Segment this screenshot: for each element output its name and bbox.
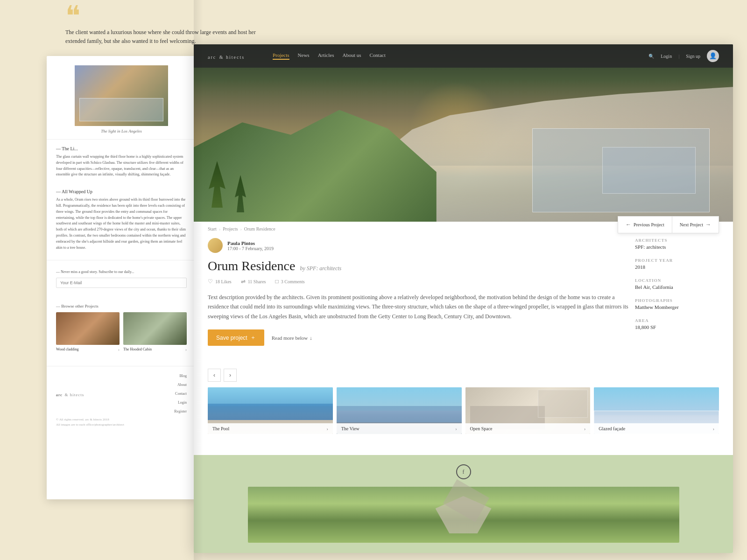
browse-item-cabin-label: The Hooded Cabin › bbox=[123, 347, 187, 352]
browse-cabin-arrow-icon: › bbox=[185, 347, 187, 352]
pool-label-text: The Pool bbox=[212, 426, 229, 431]
facade-arrow-icon: › bbox=[713, 426, 714, 431]
nav-links: Projects News Articles About us Contact bbox=[273, 52, 634, 60]
subscribe-section: Never miss a good story. Subscribe to ou… bbox=[47, 260, 196, 297]
nav-link-contact[interactable]: Contact bbox=[369, 52, 385, 60]
browse-item-cabin[interactable]: The Hooded Cabin › bbox=[123, 312, 187, 352]
breadcrumb-projects[interactable]: Projects bbox=[223, 226, 238, 231]
read-more-link[interactable]: Read more below ↓ bbox=[272, 335, 312, 341]
gallery-section: ‹ › The Pool › bbox=[194, 369, 733, 434]
stats-row: ♡ 18 Likes ⇌ 11 Shares □ 3 Comments bbox=[208, 278, 630, 285]
article-image bbox=[75, 65, 168, 126]
footer-link-blog[interactable]: Blog bbox=[179, 374, 187, 378]
footer-link-contact[interactable]: Contact bbox=[175, 392, 187, 396]
comment-icon: □ bbox=[275, 278, 279, 285]
gallery-item-pool[interactable]: The Pool › bbox=[208, 387, 333, 434]
breadcrumb-current: Orum Residence bbox=[244, 226, 275, 231]
meta-location-value: Bel Air, California bbox=[635, 284, 719, 290]
shares-stat: ⇌ 11 Shares bbox=[241, 278, 266, 285]
meta-sidebar: ARCHITECTS SPF: architects PROJECT YEAR … bbox=[635, 238, 719, 338]
meta-area: AREA 18,800 SF bbox=[635, 318, 719, 330]
footer-link-login[interactable]: Login bbox=[178, 400, 187, 405]
subscribe-input[interactable] bbox=[56, 278, 187, 288]
meta-year-label: PROJECT YEAR bbox=[635, 258, 719, 263]
share-icon: ⇌ bbox=[241, 278, 246, 285]
meta-photos-value: Matthew Momberger bbox=[635, 304, 719, 310]
next-project-button[interactable]: Next Project → bbox=[672, 217, 719, 233]
meta-photos: PHOTOGRAPHS Matthew Momberger bbox=[635, 298, 719, 310]
footer-link-register[interactable]: Register bbox=[174, 409, 187, 413]
user-icon[interactable]: 👤 bbox=[707, 50, 719, 62]
gallery-items: The Pool › The View › bbox=[208, 387, 719, 434]
gallery-prev-button[interactable]: ‹ bbox=[208, 369, 221, 382]
nav-login[interactable]: Login bbox=[661, 54, 672, 59]
breadcrumb-sep-2: › bbox=[240, 226, 241, 231]
browse-item-cabin-img bbox=[123, 312, 187, 345]
footer-links: Blog About Contact Login Register bbox=[174, 374, 187, 413]
project-title: Orum Residence by SPF: architects bbox=[208, 259, 630, 273]
heart-icon: ♡ bbox=[208, 278, 213, 285]
open-space-arrow-icon: › bbox=[584, 426, 585, 431]
gallery-label-view: The View › bbox=[337, 423, 462, 434]
section-wrap-title: All Wrapped Up bbox=[47, 182, 196, 197]
breadcrumb-sep-1: › bbox=[219, 226, 220, 231]
meta-architects-label: ARCHITECTS bbox=[635, 238, 719, 243]
search-icon[interactable]: 🔍 bbox=[648, 54, 654, 59]
facebook-icon[interactable]: f bbox=[456, 464, 471, 479]
main-panel: arc & hitects Projects News Articles Abo… bbox=[194, 44, 733, 553]
meta-year-value: 2018 bbox=[635, 264, 719, 270]
bottom-map: f bbox=[194, 455, 733, 553]
browse-item-wood-img bbox=[56, 312, 120, 345]
gallery-item-view[interactable]: The View › bbox=[337, 387, 462, 434]
author-name: Paula Pintos bbox=[227, 240, 274, 246]
nav-link-news[interactable]: News bbox=[298, 52, 310, 60]
gallery-nav: ‹ › bbox=[208, 369, 719, 382]
footer-link-about[interactable]: About bbox=[177, 383, 187, 387]
nav-separator: | bbox=[678, 54, 679, 59]
comments-stat: □ 3 Comments bbox=[275, 278, 305, 285]
save-project-button[interactable]: Save project ＋ bbox=[208, 329, 264, 346]
next-arrow-icon: → bbox=[705, 221, 711, 228]
subscribe-label: Never miss a good story. Subscribe to ou… bbox=[56, 270, 187, 274]
gallery-next-button[interactable]: › bbox=[224, 369, 237, 382]
content-area: Paula Pintos 17:00 - 7 February, 2019 Or… bbox=[208, 238, 630, 346]
avatar bbox=[208, 238, 223, 253]
footer-copy: © All rights reserved. arc & hitects 201… bbox=[56, 417, 187, 427]
browse-arrow-icon: › bbox=[118, 347, 120, 352]
nav-link-about[interactable]: About us bbox=[342, 52, 361, 60]
meta-area-label: AREA bbox=[635, 318, 719, 323]
view-label-text: The View bbox=[341, 426, 359, 431]
nav-link-articles[interactable]: Articles bbox=[318, 52, 334, 60]
down-arrow-icon: ↓ bbox=[310, 335, 312, 341]
image-caption: The light in Los Angeles bbox=[47, 129, 196, 140]
project-by: by SPF: architects bbox=[300, 265, 341, 272]
footer-logo: arc & hitects bbox=[56, 391, 84, 398]
meta-location: LOCATION Bel Air, California bbox=[635, 278, 719, 290]
nav-link-projects[interactable]: Projects bbox=[273, 52, 289, 60]
gallery-item-open-space[interactable]: Open Space › bbox=[465, 387, 591, 434]
project-nav: ← Previous Project Next Project → bbox=[618, 216, 719, 233]
browse-item-wood-label: Wood cladding › bbox=[56, 347, 120, 352]
prev-project-button[interactable]: ← Previous Project bbox=[618, 217, 672, 233]
save-icon: ＋ bbox=[250, 334, 256, 342]
gallery-label-pool: The Pool › bbox=[208, 423, 333, 434]
section-li-text: The glass curtain wall wrapping the thir… bbox=[47, 154, 196, 182]
gallery-label-facade: Glazed façade › bbox=[594, 423, 719, 434]
navigation: arc & hitects Projects News Articles Abo… bbox=[194, 44, 733, 68]
section-wrap-text: As a whole, Orum rises two stories above… bbox=[47, 197, 196, 255]
breadcrumb-start[interactable]: Start bbox=[208, 226, 217, 231]
browse-item-wood[interactable]: Wood cladding › bbox=[56, 312, 120, 352]
nav-signup[interactable]: Sign up bbox=[686, 54, 700, 59]
meta-location-label: LOCATION bbox=[635, 278, 719, 283]
author-info: Paula Pintos 17:00 - 7 February, 2019 bbox=[227, 240, 274, 251]
quote-mark-icon: ❝ bbox=[65, 9, 261, 23]
meta-area-value: 18,800 SF bbox=[635, 324, 719, 330]
author-date: 17:00 - 7 February, 2019 bbox=[227, 246, 274, 251]
left-article-panel: The light in Los Angeles The Li... The g… bbox=[47, 56, 196, 499]
meta-year: PROJECT YEAR 2018 bbox=[635, 258, 719, 270]
quote-text: The client wanted a luxurious house wher… bbox=[65, 28, 261, 46]
hero-image bbox=[194, 44, 733, 222]
open-space-label-text: Open Space bbox=[470, 426, 493, 431]
gallery-item-facade[interactable]: Glazed façade › bbox=[594, 387, 719, 434]
view-arrow-icon: › bbox=[455, 426, 457, 431]
